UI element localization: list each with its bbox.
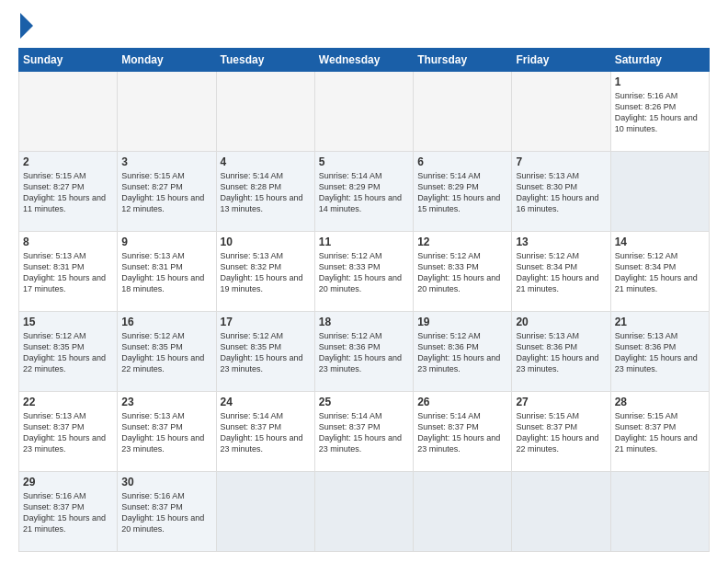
daylight-text: Daylight: 15 hours and 23 minutes.	[319, 353, 402, 373]
daylight-text: Daylight: 15 hours and 23 minutes.	[516, 353, 598, 373]
sunset-text: Sunset: 8:36 PM	[417, 342, 479, 351]
daylight-text: Daylight: 15 hours and 23 minutes.	[121, 433, 204, 454]
day-number: 16	[121, 316, 211, 328]
sunset-text: Sunset: 8:35 PM	[121, 342, 183, 351]
day-number: 28	[615, 396, 705, 408]
cell-info: Sunrise: 5:14 AMSunset: 8:37 PMDaylight:…	[417, 410, 507, 455]
calendar-week-row: 1Sunrise: 5:16 AMSunset: 8:26 PMDaylight…	[19, 72, 710, 152]
sunset-text: Sunset: 8:27 PM	[121, 182, 183, 191]
cell-info: Sunrise: 5:14 AMSunset: 8:28 PMDaylight:…	[221, 170, 311, 215]
calendar-week-row: 29Sunrise: 5:16 AMSunset: 8:37 PMDayligh…	[19, 472, 710, 552]
day-number: 21	[615, 316, 705, 328]
calendar-cell: 12Sunrise: 5:12 AMSunset: 8:33 PMDayligh…	[414, 232, 512, 312]
daylight-text: Daylight: 15 hours and 11 minutes.	[23, 193, 106, 213]
cell-info: Sunrise: 5:13 AMSunset: 8:32 PMDaylight:…	[221, 250, 311, 295]
header	[18, 17, 710, 39]
calendar-cell: 3Sunrise: 5:15 AMSunset: 8:27 PMDaylight…	[118, 152, 216, 232]
sunset-text: Sunset: 8:36 PM	[615, 342, 677, 351]
calendar-cell	[610, 152, 709, 232]
day-number: 4	[221, 155, 311, 168]
day-number: 13	[516, 236, 606, 248]
sunrise-text: Sunrise: 5:12 AM	[319, 251, 382, 260]
calendar-cell: 16Sunrise: 5:12 AMSunset: 8:35 PMDayligh…	[118, 312, 216, 392]
sunset-text: Sunset: 8:33 PM	[417, 262, 479, 271]
sunset-text: Sunset: 8:29 PM	[319, 182, 381, 191]
cell-info: Sunrise: 5:15 AMSunset: 8:37 PMDaylight:…	[615, 410, 705, 455]
sunset-text: Sunset: 8:35 PM	[23, 342, 85, 351]
daylight-text: Daylight: 15 hours and 21 minutes.	[516, 273, 598, 293]
cell-info: Sunrise: 5:13 AMSunset: 8:30 PMDaylight:…	[516, 170, 606, 215]
sunrise-text: Sunrise: 5:13 AM	[121, 251, 185, 260]
cell-info: Sunrise: 5:13 AMSunset: 8:31 PMDaylight:…	[23, 250, 113, 295]
daylight-text: Daylight: 15 hours and 10 minutes.	[615, 113, 698, 133]
day-number: 5	[319, 155, 409, 168]
cell-info: Sunrise: 5:16 AMSunset: 8:37 PMDaylight:…	[23, 490, 113, 535]
sunrise-text: Sunrise: 5:13 AM	[516, 171, 579, 180]
calendar-header-monday: Monday	[118, 49, 216, 72]
sunrise-text: Sunrise: 5:13 AM	[23, 251, 86, 260]
calendar-cell: 2Sunrise: 5:15 AMSunset: 8:27 PMDaylight…	[19, 152, 118, 232]
sunrise-text: Sunrise: 5:14 AM	[417, 411, 481, 420]
calendar-cell	[19, 72, 118, 152]
day-number: 8	[23, 236, 113, 248]
sunrise-text: Sunrise: 5:14 AM	[319, 411, 382, 420]
calendar-cell	[216, 472, 314, 552]
daylight-text: Daylight: 15 hours and 21 minutes.	[615, 273, 698, 293]
sunrise-text: Sunrise: 5:12 AM	[615, 251, 678, 260]
day-number: 7	[516, 155, 606, 168]
calendar-header-sunday: Sunday	[19, 49, 118, 72]
sunset-text: Sunset: 8:27 PM	[23, 182, 85, 191]
daylight-text: Daylight: 15 hours and 23 minutes.	[615, 353, 698, 373]
sunrise-text: Sunrise: 5:15 AM	[23, 171, 86, 180]
calendar-cell: 22Sunrise: 5:13 AMSunset: 8:37 PMDayligh…	[19, 392, 118, 472]
day-number: 9	[121, 236, 211, 248]
daylight-text: Daylight: 15 hours and 13 minutes.	[221, 193, 303, 213]
cell-info: Sunrise: 5:13 AMSunset: 8:31 PMDaylight:…	[121, 250, 211, 295]
sunrise-text: Sunrise: 5:16 AM	[121, 491, 185, 500]
day-number: 25	[319, 396, 409, 408]
cell-info: Sunrise: 5:12 AMSunset: 8:36 PMDaylight:…	[319, 330, 409, 375]
day-number: 3	[121, 155, 211, 168]
calendar-table: SundayMondayTuesdayWednesdayThursdayFrid…	[18, 48, 710, 552]
cell-info: Sunrise: 5:12 AMSunset: 8:35 PMDaylight:…	[221, 330, 311, 375]
sunrise-text: Sunrise: 5:12 AM	[417, 331, 481, 340]
cell-info: Sunrise: 5:15 AMSunset: 8:27 PMDaylight:…	[23, 170, 113, 215]
sunset-text: Sunset: 8:36 PM	[516, 342, 577, 351]
day-number: 6	[417, 155, 507, 168]
sunset-text: Sunset: 8:37 PM	[319, 422, 381, 431]
calendar-cell: 13Sunrise: 5:12 AMSunset: 8:34 PMDayligh…	[512, 232, 610, 312]
day-number: 23	[121, 396, 211, 408]
calendar-cell	[610, 472, 709, 552]
day-number: 2	[23, 155, 113, 168]
sunset-text: Sunset: 8:34 PM	[516, 262, 577, 271]
sunset-text: Sunset: 8:37 PM	[516, 422, 577, 431]
logo-text	[18, 17, 33, 39]
day-number: 30	[121, 476, 211, 488]
day-number: 29	[23, 476, 113, 488]
cell-info: Sunrise: 5:12 AMSunset: 8:35 PMDaylight:…	[121, 330, 211, 375]
cell-info: Sunrise: 5:13 AMSunset: 8:37 PMDaylight:…	[121, 410, 211, 455]
calendar-week-row: 8Sunrise: 5:13 AMSunset: 8:31 PMDaylight…	[19, 232, 710, 312]
day-number: 26	[417, 396, 507, 408]
calendar-cell: 25Sunrise: 5:14 AMSunset: 8:37 PMDayligh…	[314, 392, 413, 472]
sunrise-text: Sunrise: 5:15 AM	[516, 411, 579, 420]
sunset-text: Sunset: 8:28 PM	[221, 182, 282, 191]
sunset-text: Sunset: 8:37 PM	[121, 422, 183, 431]
calendar-cell: 9Sunrise: 5:13 AMSunset: 8:31 PMDaylight…	[118, 232, 216, 312]
daylight-text: Daylight: 15 hours and 22 minutes.	[516, 433, 598, 454]
calendar-cell: 14Sunrise: 5:12 AMSunset: 8:34 PMDayligh…	[610, 232, 709, 312]
calendar-cell: 19Sunrise: 5:12 AMSunset: 8:36 PMDayligh…	[414, 312, 512, 392]
calendar-cell	[314, 472, 413, 552]
calendar-cell: 27Sunrise: 5:15 AMSunset: 8:37 PMDayligh…	[512, 392, 610, 472]
calendar-cell: 10Sunrise: 5:13 AMSunset: 8:32 PMDayligh…	[216, 232, 314, 312]
calendar-cell: 6Sunrise: 5:14 AMSunset: 8:29 PMDaylight…	[414, 152, 512, 232]
daylight-text: Daylight: 15 hours and 23 minutes.	[23, 433, 106, 454]
sunrise-text: Sunrise: 5:14 AM	[221, 411, 284, 420]
sunrise-text: Sunrise: 5:14 AM	[221, 171, 284, 180]
daylight-text: Daylight: 15 hours and 20 minutes.	[417, 273, 500, 293]
cell-info: Sunrise: 5:13 AMSunset: 8:36 PMDaylight:…	[516, 330, 606, 375]
page: SundayMondayTuesdayWednesdayThursdayFrid…	[0, 0, 728, 563]
cell-info: Sunrise: 5:14 AMSunset: 8:37 PMDaylight:…	[319, 410, 409, 455]
sunrise-text: Sunrise: 5:14 AM	[319, 171, 382, 180]
calendar-header-saturday: Saturday	[610, 49, 709, 72]
